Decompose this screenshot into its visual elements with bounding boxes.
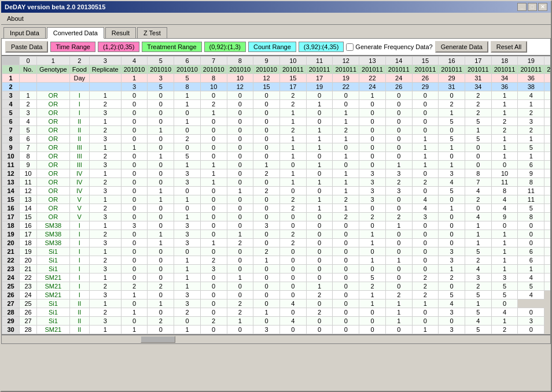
row-number: 18	[2, 221, 20, 230]
data-cell-5-6: 2	[174, 135, 201, 143]
row0-cell-4: 201010	[121, 65, 148, 74]
data-cell-21-11: 0	[306, 273, 333, 282]
close-button[interactable]: ✕	[538, 3, 547, 11]
data-cell-5-1: OR	[37, 135, 70, 143]
data-cell-16-0: 17	[20, 230, 37, 239]
data-cell-4-14: 0	[385, 126, 412, 135]
data-cell-25-1: Si1	[37, 308, 70, 317]
row2-cell-4: 3	[121, 83, 148, 91]
table-row: 2018SM38I301312020010001100	[2, 239, 551, 247]
paste-data-button[interactable]: Paste Data	[5, 41, 48, 53]
row-number: 11	[2, 161, 20, 169]
data-cell-25-9: 1	[253, 308, 280, 317]
data-cell-11-12: 1	[333, 187, 359, 195]
data-cell-25-12: 0	[333, 308, 359, 317]
data-cell-8-10: 0	[279, 161, 306, 169]
data-cell-11-7: 0	[200, 187, 227, 195]
data-cell-27-2: II	[69, 326, 89, 334]
reset-all-button[interactable]: Reset All	[491, 41, 527, 53]
data-cell-22-11: 1	[306, 282, 333, 291]
scrollbar-thumb[interactable]	[141, 336, 175, 343]
data-cell-23-1: SM21	[37, 291, 70, 299]
data-cell-0-1: OR	[37, 91, 70, 100]
data-cell-21-4: 0	[121, 273, 148, 282]
data-cell-27-9: 3	[253, 326, 280, 334]
tab-result[interactable]: Result	[105, 27, 136, 38]
tab-converted-data[interactable]: Converted Data	[47, 27, 104, 39]
data-cell-27-8: 0	[227, 326, 253, 334]
data-cell-12-20: 8	[544, 195, 551, 204]
data-cell-20-7: 3	[200, 265, 227, 273]
data-cell-7-7: 0	[200, 152, 227, 161]
row-number: 9	[2, 143, 20, 152]
data-cell-20-9: 0	[253, 265, 280, 273]
col-header-14: 14	[385, 57, 412, 65]
data-cell-24-14: 1	[385, 299, 412, 308]
data-cell-8-19: 6	[518, 161, 544, 169]
data-cell-0-7: 0	[200, 91, 227, 100]
data-cell-23-13: 1	[359, 291, 386, 299]
table-row: 1412ORIV3010012001330548118	[2, 187, 551, 195]
data-cell-20-14: 0	[385, 265, 412, 273]
data-cell-24-8: 2	[227, 299, 253, 308]
table-row: 119ORIII300110101001110064	[2, 161, 551, 169]
data-cell-17-19: 0	[518, 239, 544, 247]
tab-z-test[interactable]: Z Test	[137, 27, 167, 38]
count-range-button[interactable]: Count Range	[248, 42, 296, 52]
data-cell-19-5: 0	[148, 256, 174, 265]
data-cell-13-9: 0	[253, 204, 280, 213]
treatment-range-button[interactable]: Treatment Range	[142, 42, 201, 52]
horizontal-scrollbar[interactable]	[1, 335, 551, 344]
data-cell-6-3: 1	[89, 143, 121, 152]
data-cell-18-20: 1	[544, 247, 551, 256]
data-cell-1-14: 0	[385, 100, 412, 109]
data-cell-23-11: 2	[306, 291, 333, 299]
data-cell-19-10: 0	[279, 256, 306, 265]
generate-freq-checkbox[interactable]	[346, 43, 354, 51]
data-cell-23-4: 1	[121, 291, 148, 299]
data-cell-13-16: 1	[439, 204, 465, 213]
data-cell-8-14: 1	[385, 161, 412, 169]
data-cell-4-1: OR	[37, 126, 70, 135]
data-cell-3-9: 0	[253, 117, 280, 126]
data-cell-18-0: 19	[20, 247, 37, 256]
row0-cell-20: 201011	[544, 65, 551, 74]
row0-cell-13: 201011	[359, 65, 386, 74]
data-cell-23-15: 2	[412, 291, 439, 299]
tab-input-data[interactable]: Input Data	[3, 27, 46, 38]
data-cell-26-3: 3	[89, 317, 121, 326]
header-row-1: 1Day135810121517192224262931343638	[2, 74, 551, 83]
generate-freq-label[interactable]: Generate Frequency Data?	[346, 43, 432, 51]
generate-data-button[interactable]: Generate Data	[435, 41, 488, 53]
data-cell-23-0: 24	[20, 291, 37, 299]
data-cell-14-10: 0	[279, 213, 306, 221]
data-cell-23-5: 0	[148, 291, 174, 299]
data-cell-9-17: 8	[465, 169, 491, 178]
data-cell-14-17: 4	[465, 213, 491, 221]
data-cell-20-20: 0	[544, 265, 551, 273]
row1-cell-16: 29	[439, 74, 465, 83]
data-cell-13-3: 2	[89, 204, 121, 213]
col-header-8: 8	[227, 57, 253, 65]
data-cell-15-8: 0	[227, 221, 253, 230]
data-cell-7-16: 0	[439, 152, 465, 161]
data-cell-7-11: 0	[306, 152, 333, 161]
data-cell-0-5: 0	[148, 91, 174, 100]
data-cell-3-20: 0	[544, 117, 551, 126]
time-range-button[interactable]: Time Range	[50, 42, 95, 52]
data-cell-2-10: 1	[279, 109, 306, 117]
data-cell-5-11: 1	[306, 135, 333, 143]
table-container[interactable]: 0 1 2 3 4 5 6 7 8 9 10 11 12 13 14 15 16	[1, 56, 551, 335]
menu-about[interactable]: About	[3, 14, 27, 23]
data-cell-1-16: 2	[439, 100, 465, 109]
data-cell-0-10: 2	[279, 91, 306, 100]
data-cell-21-10: 0	[279, 273, 306, 282]
data-cell-12-18: 4	[491, 195, 518, 204]
data-cell-27-19: 0	[518, 326, 544, 334]
data-cell-4-18: 2	[491, 126, 518, 135]
data-cell-16-7: 0	[200, 230, 227, 239]
maximize-button[interactable]: □	[528, 3, 537, 11]
data-cell-0-20: 2	[544, 91, 551, 100]
data-cell-5-16: 5	[439, 135, 465, 143]
minimize-button[interactable]: _	[517, 3, 527, 11]
